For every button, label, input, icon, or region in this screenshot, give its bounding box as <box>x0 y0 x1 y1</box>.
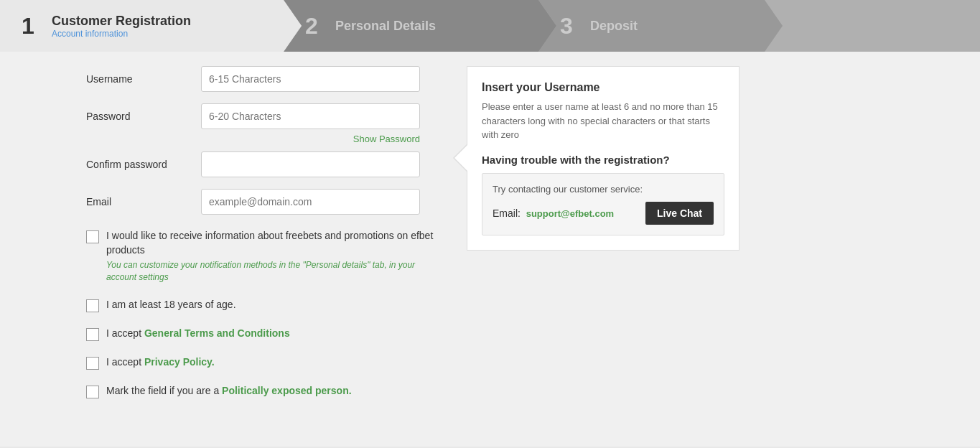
password-row: Password <box>86 103 445 129</box>
step-1[interactable]: 1 Customer Registration Account informat… <box>0 0 302 52</box>
privacy-label: I accept Privacy Policy. <box>106 355 215 370</box>
live-chat-button[interactable]: Live Chat <box>645 202 714 225</box>
step-2-title: Personal Details <box>335 19 436 34</box>
pep-checkbox[interactable] <box>86 386 99 398</box>
promo-checkbox-row: I would like to receive information abou… <box>86 229 445 284</box>
step-3-number: 3 <box>560 13 582 39</box>
email-input[interactable] <box>201 189 420 215</box>
trouble-title: Having trouble with the registration? <box>482 154 724 166</box>
password-label: Password <box>86 111 201 122</box>
pep-label: Mark the field if you are a Politically … <box>106 384 352 398</box>
main-content: Username Password Show Password Confirm … <box>0 52 980 447</box>
age-label: I am at least 18 years of age. <box>106 298 236 312</box>
step-2-number: 2 <box>305 13 327 39</box>
step-1-title: Customer Registration <box>52 14 191 29</box>
pep-link[interactable]: Politically exposed person. <box>222 385 352 396</box>
username-label: Username <box>86 73 201 85</box>
confirm-password-input[interactable] <box>201 151 420 177</box>
age-checkbox-row: I am at least 18 years of age. <box>86 298 445 312</box>
step-3-title: Deposit <box>590 19 638 34</box>
progress-bar: 1 Customer Registration Account informat… <box>0 0 980 52</box>
step-1-number: 1 <box>22 13 43 39</box>
step-2-text: Personal Details <box>335 19 436 34</box>
age-checkbox[interactable] <box>86 299 99 312</box>
terms-checkbox-row: I accept General Terms and Conditions <box>86 327 445 341</box>
pep-checkbox-row: Mark the field if you are a Politically … <box>86 384 445 398</box>
step-3-text: Deposit <box>590 19 638 34</box>
terms-label: I accept General Terms and Conditions <box>106 327 290 341</box>
privacy-checkbox-row: I accept Privacy Policy. <box>86 355 445 370</box>
step-1-subtitle: Account information <box>52 29 191 39</box>
step-2[interactable]: 2 Personal Details <box>284 0 556 52</box>
terms-link[interactable]: General Terms and Conditions <box>144 327 290 339</box>
confirm-password-row: Confirm password <box>86 151 445 177</box>
email-contact-value: support@efbet.com <box>526 208 614 219</box>
info-title: Insert your Username <box>482 81 724 94</box>
email-label: Email <box>86 196 201 207</box>
privacy-link[interactable]: Privacy Policy. <box>144 356 215 368</box>
info-description: Please enter a user name at least 6 and … <box>482 100 724 142</box>
username-row: Username <box>86 66 445 92</box>
show-password-link[interactable]: Show Password <box>353 134 420 144</box>
step-3[interactable]: 3 Deposit <box>538 0 783 52</box>
promo-label: I would like to receive information abou… <box>106 229 445 284</box>
email-row: Email <box>86 189 445 215</box>
password-input[interactable] <box>201 103 420 129</box>
email-contact-label: Email: support@efbet.com <box>493 207 614 219</box>
contact-text: Try contacting our customer service: <box>493 184 714 195</box>
confirm-password-label: Confirm password <box>86 159 201 170</box>
promo-checkbox[interactable] <box>86 230 99 243</box>
info-box: Insert your Username Please enter a user… <box>467 66 739 251</box>
contact-email-row: Email: support@efbet.com Live Chat <box>493 202 714 225</box>
promo-sublabel: You can customize your notification meth… <box>106 259 445 284</box>
step-1-text: Customer Registration Account informatio… <box>52 14 191 39</box>
checkbox-section: I would like to receive information abou… <box>86 229 445 398</box>
show-password-row: Show Password <box>86 134 420 144</box>
form-section: Username Password Show Password Confirm … <box>86 66 445 432</box>
privacy-checkbox[interactable] <box>86 357 99 370</box>
contact-box: Try contacting our customer service: Ema… <box>482 173 724 235</box>
username-input[interactable] <box>201 66 420 92</box>
terms-checkbox[interactable] <box>86 328 99 341</box>
